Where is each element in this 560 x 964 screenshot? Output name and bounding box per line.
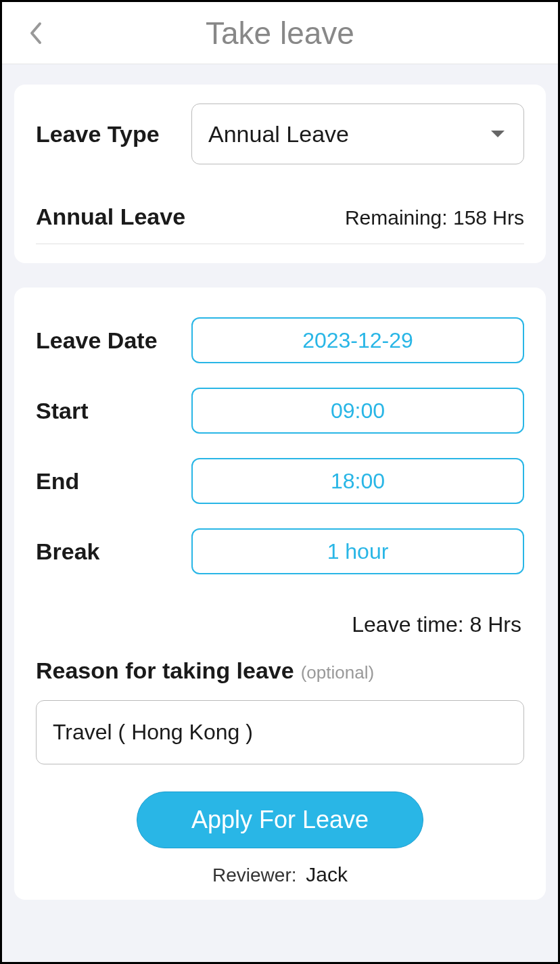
leave-time-summary: Leave time: 8 Hrs bbox=[36, 599, 524, 658]
end-time-input[interactable]: 18:00 bbox=[191, 458, 524, 504]
balance-row: Annual Leave Remaining: 158 Hrs bbox=[36, 186, 524, 244]
reason-label: Reason for taking leave bbox=[36, 658, 294, 684]
leave-type-label: Leave Type bbox=[36, 121, 191, 147]
chevron-left-icon bbox=[29, 22, 43, 45]
start-time-input[interactable]: 09:00 bbox=[191, 388, 524, 434]
leave-date-input[interactable]: 2023-12-29 bbox=[191, 317, 524, 363]
page-title: Take leave bbox=[2, 15, 558, 51]
reviewer-row: Reviewer: Jack bbox=[36, 863, 524, 886]
header: Take leave bbox=[2, 2, 558, 64]
chevron-down-icon bbox=[491, 131, 505, 137]
balance-name: Annual Leave bbox=[36, 204, 185, 230]
break-input[interactable]: 1 hour bbox=[191, 528, 524, 574]
end-label: End bbox=[36, 468, 191, 495]
leave-details-card: Leave Date 2023-12-29 Start 09:00 End 18… bbox=[14, 288, 546, 900]
leave-date-label: Leave Date bbox=[36, 327, 191, 354]
reviewer-label: Reviewer: bbox=[212, 865, 296, 886]
back-button[interactable] bbox=[22, 20, 49, 47]
leave-type-value: Annual Leave bbox=[208, 120, 349, 148]
balance-remaining: Remaining: 158 Hrs bbox=[345, 206, 524, 229]
break-label: Break bbox=[36, 538, 191, 565]
reviewer-name: Jack bbox=[306, 863, 348, 886]
start-label: Start bbox=[36, 398, 191, 424]
apply-button[interactable]: Apply For Leave bbox=[137, 791, 423, 848]
reason-input[interactable] bbox=[36, 700, 524, 764]
leave-type-card: Leave Type Annual Leave Annual Leave Rem… bbox=[14, 85, 546, 263]
leave-type-select[interactable]: Annual Leave bbox=[191, 104, 524, 164]
reason-optional: (optional) bbox=[301, 662, 374, 683]
